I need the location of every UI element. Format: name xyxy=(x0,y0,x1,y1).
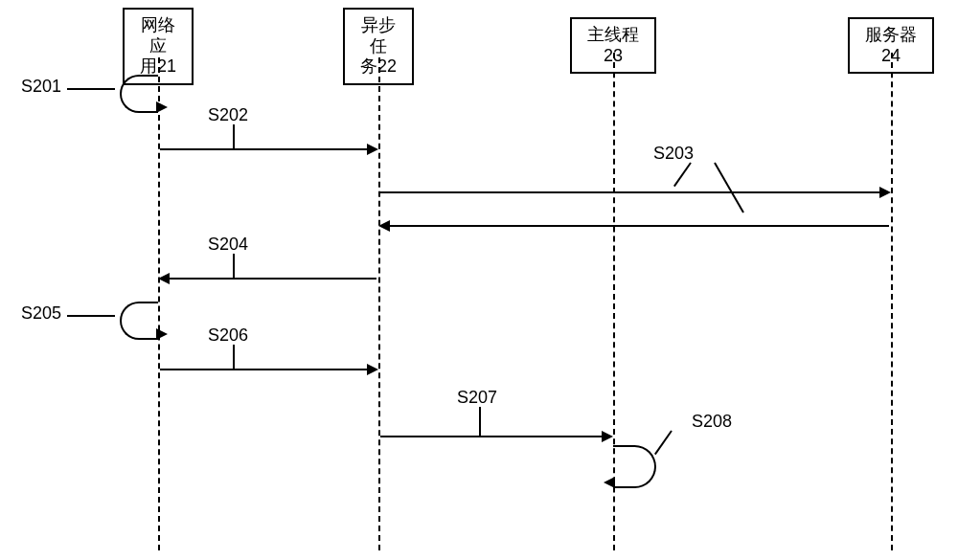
arrow-s206 xyxy=(160,369,376,370)
leader-s206 xyxy=(233,345,235,369)
self-message-s201 xyxy=(120,75,158,113)
lifeline-p2 xyxy=(378,57,380,550)
self-message-s205 xyxy=(120,302,158,340)
lifeline-p1 xyxy=(158,57,160,550)
arrow-s203-req xyxy=(380,191,889,193)
arrow-s202 xyxy=(160,148,376,150)
step-label-s204: S204 xyxy=(206,235,250,255)
step-label-s202: S202 xyxy=(206,105,250,125)
leader-s204 xyxy=(233,254,235,278)
step-label-s206: S206 xyxy=(206,325,250,346)
leader-s205 xyxy=(67,315,115,317)
step-label-s205: S205 xyxy=(19,303,63,324)
step-label-s208: S208 xyxy=(690,412,734,432)
leader-s207 xyxy=(479,407,481,436)
step-label-s207: S207 xyxy=(455,388,499,408)
step-label-s201: S201 xyxy=(19,77,63,97)
self-message-s208 xyxy=(613,445,656,488)
leader-s203a xyxy=(673,162,692,187)
leader-s208 xyxy=(654,430,673,455)
step-label-s203: S203 xyxy=(651,144,696,164)
leader-s203b xyxy=(714,163,744,213)
arrow-s203-res xyxy=(380,225,889,227)
arrow-s204 xyxy=(160,278,376,280)
leader-s201 xyxy=(67,88,115,90)
arrow-s207 xyxy=(380,436,611,437)
lifeline-p4 xyxy=(891,53,893,550)
leader-s202 xyxy=(233,124,235,148)
